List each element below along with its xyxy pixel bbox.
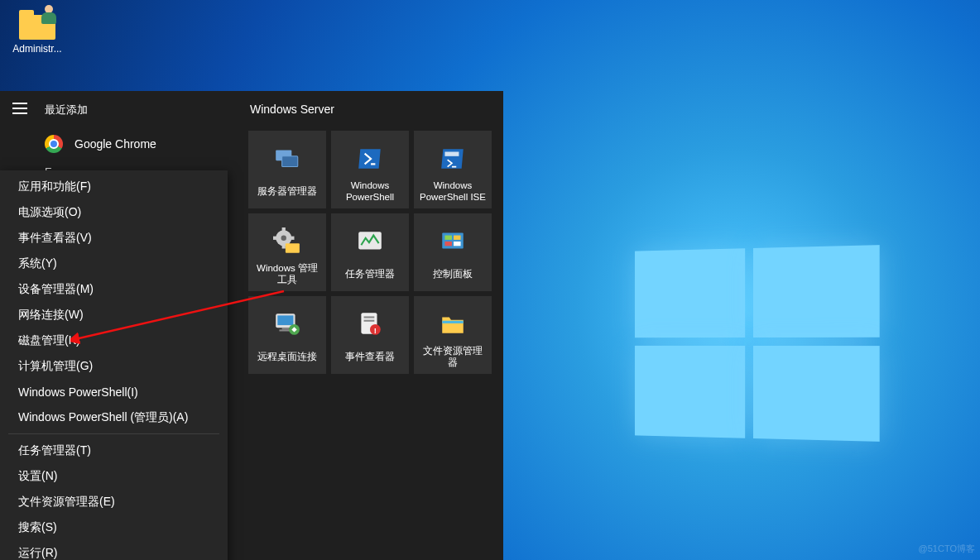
desktop-icon-administrator[interactable]: Administr... [8, 8, 66, 55]
winx-item-file-explorer[interactable]: 文件资源管理器(E) [0, 489, 228, 515]
svg-rect-23 [364, 320, 375, 322]
tile-admin-tools[interactable]: Windows 管理工具 [248, 213, 326, 291]
hamburger-icon[interactable] [12, 103, 27, 114]
winx-item-task-manager[interactable]: 任务管理器(T) [0, 438, 228, 463]
winx-context-menu: 应用和功能(F) 电源选项(O) 事件查看器(V) 系统(Y) 设备管理器(M)… [0, 170, 228, 560]
svg-rect-26 [442, 321, 464, 323]
svg-rect-9 [286, 243, 300, 253]
winx-item-powershell-admin[interactable]: Windows PowerShell (管理员)(A) [0, 404, 228, 430]
winx-item-apps-features[interactable]: 应用和功能(F) [0, 174, 228, 199]
tiles-group-title: Windows Server [248, 103, 495, 116]
tile-control-panel[interactable]: 控制面板 [414, 213, 492, 291]
watermark: @51CTO博客 [919, 543, 975, 555]
menu-separator [8, 433, 219, 434]
app-label: Google Chrome [74, 137, 156, 151]
winx-item-settings[interactable]: 设置(N) [0, 463, 228, 489]
svg-rect-14 [444, 242, 452, 246]
tile-powershell[interactable]: Windows PowerShell [331, 131, 409, 208]
svg-rect-8 [289, 237, 294, 240]
chrome-icon [45, 135, 63, 153]
tile-task-manager[interactable]: 任务管理器 [331, 213, 409, 291]
winx-item-powershell[interactable]: Windows PowerShell(I) [0, 379, 228, 404]
svg-rect-2 [444, 152, 459, 156]
start-tiles-panel: Windows Server 服务器管理器 Windows PowerShell… [248, 91, 503, 560]
desktop-icon-label: Administr... [8, 43, 66, 55]
svg-rect-5 [282, 227, 286, 232]
gear-folder-icon [273, 220, 301, 263]
powershell-ise-icon [439, 137, 467, 180]
tile-event-viewer[interactable]: ! 事件查看器 [331, 296, 409, 374]
svg-point-4 [281, 236, 286, 241]
winx-item-computer-management[interactable]: 计算机管理(G) [0, 353, 228, 379]
tile-powershell-ise[interactable]: Windows PowerShell ISE [414, 131, 492, 208]
tile-file-explorer[interactable]: 文件资源管理器 [414, 296, 492, 374]
powershell-icon [356, 137, 384, 180]
svg-rect-22 [364, 316, 375, 318]
svg-rect-12 [444, 236, 452, 240]
tile-server-manager[interactable]: 服务器管理器 [248, 131, 326, 208]
winx-item-network[interactable]: 网络连接(W) [0, 302, 228, 328]
task-manager-icon [356, 220, 384, 263]
winx-item-disk-management[interactable]: 磁盘管理(K) [0, 328, 228, 353]
svg-text:!: ! [374, 326, 377, 335]
winx-item-power-options[interactable]: 电源选项(O) [0, 199, 228, 225]
winx-item-search[interactable]: 搜索(S) [0, 515, 228, 540]
server-manager-icon [273, 137, 301, 180]
svg-rect-6 [282, 243, 286, 248]
app-row-chrome[interactable]: Google Chrome [40, 129, 248, 159]
windows-logo-graphic [635, 245, 880, 442]
svg-rect-17 [277, 315, 293, 325]
user-folder-icon [19, 8, 55, 40]
tile-remote-desktop[interactable]: 远程桌面连接 [248, 296, 326, 374]
remote-desktop-icon [273, 303, 301, 346]
control-panel-icon [439, 220, 467, 263]
svg-rect-7 [273, 237, 278, 240]
svg-rect-11 [442, 232, 464, 248]
file-explorer-icon [439, 303, 467, 346]
winx-item-system[interactable]: 系统(Y) [0, 251, 228, 276]
winx-item-run[interactable]: 运行(R) [0, 540, 228, 560]
svg-rect-1 [282, 156, 298, 167]
winx-item-device-manager[interactable]: 设备管理器(M) [0, 276, 228, 302]
svg-rect-18 [282, 328, 290, 329]
svg-rect-13 [454, 236, 461, 240]
recent-header: 最近添加 [40, 103, 248, 117]
svg-rect-15 [454, 242, 461, 246]
winx-item-event-viewer[interactable]: 事件查看器(V) [0, 225, 228, 251]
event-viewer-icon: ! [356, 303, 384, 346]
